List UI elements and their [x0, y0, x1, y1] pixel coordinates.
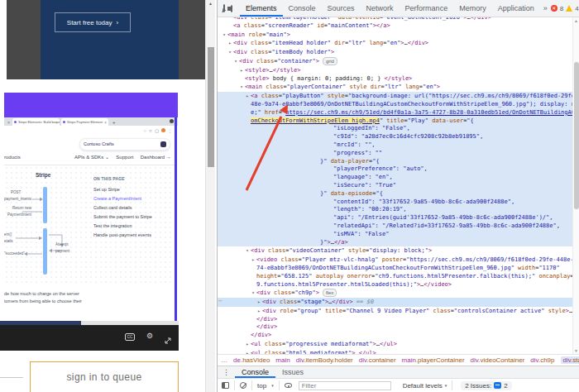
expand-arrow-icon[interactable]: ▸ — [256, 307, 262, 315]
page-scrollbar[interactable]: ▲ — [205, 0, 215, 392]
sign-in-queue-box[interactable]: sign in to queue — [30, 361, 179, 392]
dom-tree-row[interactable]: omCheckoutFormWithStripeElem_high.mp4" t… — [218, 117, 573, 126]
dom-tree-row[interactable]: ▸<div class="itemHead holder" dir="ltr" … — [218, 39, 573, 48]
error-count[interactable]: 8 — [560, 5, 563, 12]
drawer-tab-console[interactable]: Console — [235, 366, 275, 378]
dom-tree-row[interactable]: }" data-episode="{ — [218, 190, 573, 198]
dom-tree-row[interactable]: "c9Id": "a28d7ec0c16d4cfc9208c92b8eb9189… — [218, 133, 573, 141]
on-this-page-link[interactable]: Submit the payment to Stripe — [93, 214, 152, 219]
row-menu-icon[interactable]: ⋯ — [218, 298, 221, 306]
devtools-scrollbar[interactable]: ▲ ▼ — [572, 17, 579, 354]
breadcrumb-item[interactable]: div.itemBody.holder — [296, 356, 353, 364]
expand-arrow-icon[interactable]: ▸ — [238, 66, 245, 74]
dom-tree-row[interactable]: "progress": "" — [218, 150, 573, 158]
expand-arrow-icon[interactable]: ▾ — [250, 289, 256, 297]
console-sidebar-icon[interactable] — [222, 382, 229, 389]
issues-counter[interactable]: 2 Issues: 2 — [461, 381, 511, 390]
dom-tree-row[interactable]: 9.functions.html5Presenter.html5Loaded(t… — [218, 281, 573, 289]
dom-tree-row[interactable]: ▾<div class="videoContainer" style="disp… — [218, 246, 573, 256]
dom-tree-row[interactable]: </div> — [218, 323, 573, 332]
breadcrumb-item[interactable]: div.ch9p — [530, 356, 554, 364]
tab-elements[interactable]: Elements — [240, 0, 283, 17]
on-this-page-link[interactable]: Handle post-payment events — [93, 232, 151, 237]
device-toolbar-icon[interactable] — [231, 5, 232, 12]
contoso-crafts-button[interactable]: Contoso Crafts — [79, 138, 170, 151]
scrollbar-thumb[interactable] — [208, 47, 214, 167]
scroll-up-icon[interactable]: ▲ — [206, 0, 215, 7]
browser-tab[interactable]: Stripe Elements: Build beauti× — [12, 118, 60, 126]
close-icon[interactable]: × — [55, 120, 58, 125]
dom-tree-row[interactable]: ▸<style>…</style> — [218, 66, 573, 75]
expand-arrow-icon[interactable]: ▸ — [244, 340, 251, 348]
expand-arrow-icon[interactable]: ▾ — [232, 57, 239, 65]
search-icon[interactable]: ○ — [144, 128, 146, 133]
more-tabs-icon[interactable]: » — [540, 0, 551, 17]
dom-tree-row[interactable]: "mrcId": "", — [218, 141, 573, 150]
close-icon[interactable]: × — [7, 120, 10, 125]
scroll-down-icon[interactable]: ▼ — [573, 348, 579, 353]
expand-arrow-icon[interactable]: ▾ — [227, 48, 233, 56]
dom-tree-row[interactable]: 74-e8abbf3e8069/OnDotNETBuildingACustomC… — [218, 265, 573, 273]
new-tab-button[interactable]: + — [112, 120, 116, 125]
on-this-page-link[interactable]: Create a PaymentIntent — [93, 196, 141, 201]
dom-tree-row[interactable]: ⋯▸<div class="stage">…</div> == $0 — [218, 298, 573, 307]
dom-tree-row[interactable]: </div> — [218, 332, 573, 340]
tab-memory[interactable]: Memory — [453, 0, 492, 17]
on-this-page-link[interactable]: Collect card details — [93, 205, 132, 210]
dom-tree-row[interactable]: </div> — [218, 316, 573, 324]
live-expression-icon[interactable] — [285, 383, 292, 388]
on-this-page-link[interactable]: Set up Stripe — [93, 187, 120, 192]
on-this-page-link[interactable]: Test the integration — [93, 223, 132, 228]
dom-tree-row[interactable]: ▸<div role="group" title="Channel 9 Vide… — [218, 307, 573, 316]
extensions-icon[interactable]: ▢ — [155, 128, 159, 133]
browser-tab[interactable]: Stripe Payment Element× — [61, 118, 108, 126]
captions-icon[interactable]: CC — [125, 333, 135, 341]
inspect-element-icon[interactable] — [223, 4, 225, 12]
tab-console[interactable]: Console — [283, 0, 322, 17]
dom-tree-row[interactable]: "isLoggedIn": "False", — [218, 125, 573, 133]
settings-gear-icon[interactable]: ⚙ — [146, 332, 153, 340]
dom-tree-row[interactable]: }">…</a> — [218, 239, 573, 247]
dom-tree-row[interactable]: ▾<div class="container">grid — [218, 57, 573, 66]
dom-tree-row[interactable]: "api": "/Entries(guid'33f17652-9a85-49bb… — [218, 214, 573, 222]
browser-profile-icon[interactable] — [170, 119, 174, 123]
scrollbar-thumb[interactable] — [574, 62, 579, 209]
breadcrumb-item[interactable]: div.stage — [561, 356, 579, 364]
dom-tree-row[interactable]: ▸<a class="playButton" style="background… — [218, 92, 573, 101]
dom-tree-row[interactable]: "contentId": "33f17652-9a85-49bb-8c6c-ad… — [218, 198, 573, 207]
dom-tree-row[interactable]: ▾<div class="ch9p">flex — [218, 289, 573, 298]
star-icon[interactable]: ☆ — [149, 128, 152, 133]
tab-application[interactable]: Application — [492, 0, 540, 17]
expand-arrow-icon[interactable]: ▾ — [238, 83, 245, 91]
dom-tree-row[interactable]: "language": "en", — [218, 174, 573, 182]
expand-arrow-icon[interactable]: ▸ — [227, 39, 233, 47]
nav-item[interactable]: Support — [117, 155, 134, 160]
tab-sources[interactable]: Sources — [322, 0, 361, 17]
context-selector[interactable]: top — [257, 382, 266, 390]
fullscreen-icon[interactable] — [164, 333, 172, 348]
close-icon[interactable]: × — [104, 120, 107, 125]
dom-tree-row[interactable]: "playerPreference": "auto", — [218, 165, 573, 174]
dom-tree-row[interactable]: "length": "00:20:19", — [218, 206, 573, 214]
tab-performance[interactable]: Performance — [400, 0, 454, 17]
dom-tree-row[interactable]: "isSecure": "True" — [218, 182, 573, 190]
drawer-tab-issues[interactable]: Issues — [275, 366, 310, 378]
dom-tree-row[interactable]: ▸<ul class="progressive mediaformat">…</… — [218, 340, 573, 349]
breadcrumb-overflow[interactable]: … — [221, 356, 227, 364]
dom-tree-row[interactable]: "relatedApi": "/Related?id=33f17652-9a85… — [218, 222, 573, 231]
dom-tree-row[interactable]: 48e-9a74-e8abbf3e8069/OnDotNETBuildingAC… — [218, 101, 573, 109]
log-levels-dropdown[interactable]: Default levels ▾ — [403, 382, 447, 390]
dom-tree-row[interactable]: <a class="screenReader" id="mainContent"… — [218, 22, 573, 31]
grid-badge[interactable]: grid — [323, 57, 337, 65]
nav-item[interactable]: APIs & SDKs ⌄ — [74, 155, 109, 160]
dom-tree-row[interactable]: ▾<main role="main"> — [218, 31, 573, 40]
dom-tree-row[interactable]: ▾<main class="playerContainer" style dir… — [218, 83, 573, 92]
dom-tree-row[interactable]: ▸<video class="Player mtz-vlc-hnalg" pos… — [218, 256, 573, 265]
tab-network[interactable]: Network — [361, 0, 400, 17]
dom-tree-row[interactable]: "isMVA": "False" — [218, 231, 573, 239]
breadcrumb-item[interactable]: div.videoContainer — [471, 356, 525, 364]
breadcrumb-item[interactable]: de.hasVideo — [233, 356, 270, 364]
dom-tree-row[interactable]: e;" href="https://sec.ch9.ms/ch9/51ed/bd… — [218, 109, 573, 117]
expand-arrow-icon[interactable]: ▸ — [256, 298, 262, 306]
expand-arrow-icon[interactable]: ▾ — [221, 31, 227, 39]
